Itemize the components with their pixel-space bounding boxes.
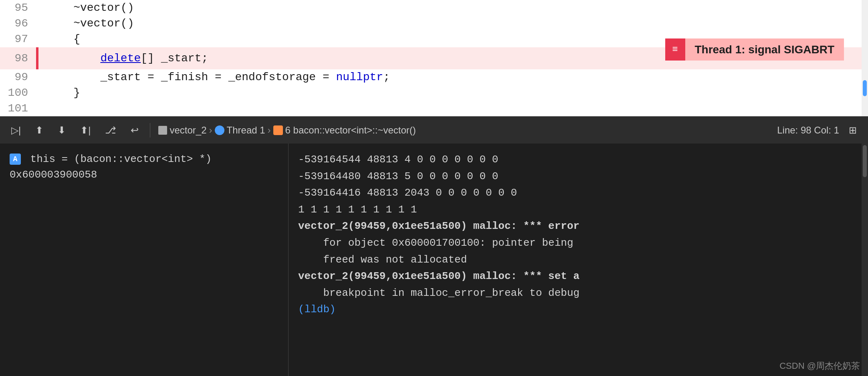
return-button[interactable]: ↩ <box>127 123 142 137</box>
code-suffix: [] _start; <box>141 52 208 65</box>
console-line-2: -539164480 48813 5 0 0 0 0 0 0 0 <box>298 168 852 185</box>
frame-icon <box>273 125 283 135</box>
console-line-9: breakpoint in malloc_error_break to debu… <box>298 285 852 302</box>
console-line-6: for object 0x600001700100: pointer being <box>298 235 852 252</box>
code-line-100: 100 } <box>0 85 868 101</box>
console-line-8: vector_2(99459,0x1ee51a500) malloc: *** … <box>298 268 852 285</box>
breadcrumb-thread[interactable]: Thread 1 <box>227 125 265 136</box>
settings-button[interactable]: ⊞ <box>846 123 860 137</box>
cursor-position: Line: 98 Col: 1 <box>777 125 839 136</box>
variable-icon: A <box>10 154 21 165</box>
bottom-area: A this = (bacon::vector<int> *) 0x600003… <box>0 144 868 376</box>
step-over-button[interactable]: ⬆ <box>32 123 46 137</box>
indent-space <box>46 52 100 65</box>
step-out-button[interactable]: ⬆| <box>77 123 94 137</box>
file-icon <box>158 126 167 135</box>
toolbar-right: Line: 98 Col: 1 ⊞ <box>777 123 860 137</box>
console-line-1: -539164544 48813 4 0 0 0 0 0 0 0 <box>298 152 852 168</box>
console-line-5: vector_2(99459,0x1ee51a500) malloc: *** … <box>298 218 852 235</box>
line-number-98: 98 <box>0 52 36 65</box>
continue-button[interactable]: ▷| <box>8 123 24 137</box>
console-line-lldb: (lldb) <box>298 301 852 318</box>
variable-value: this = (bacon::vector<int> *) 0x60000390… <box>10 153 212 181</box>
console-line-3: -539164416 48813 2043 0 0 0 0 0 0 0 <box>298 185 852 202</box>
line-content-95: ~vector() <box>38 2 868 14</box>
code-line-101: 101 <box>0 101 868 116</box>
console-scrollbar-thumb[interactable] <box>863 145 867 177</box>
code-line-95: 95 ~vector() <box>0 0 868 16</box>
keyword-delete: delete <box>100 52 141 65</box>
signal-icon: ≡ <box>665 38 685 61</box>
breadcrumb-sep-2: › <box>268 125 271 136</box>
thread-icon <box>215 125 224 135</box>
line-number-96: 96 <box>0 17 36 30</box>
line-number-95: 95 <box>0 2 36 14</box>
step-into-button[interactable]: ⬇ <box>55 123 69 137</box>
code-line-98: 98 delete[] _start; ≡ Thread 1: signal S… <box>0 47 868 69</box>
breadcrumb-sep-1: › <box>209 125 212 136</box>
line-number-99: 99 <box>0 71 36 83</box>
editor-area: 95 ~vector() 96 ~vector() 97 { 98 delete… <box>0 0 868 116</box>
line-number-101: 101 <box>0 102 36 115</box>
code-line-96: 96 ~vector() <box>0 16 868 31</box>
line-number-100: 100 <box>0 87 36 99</box>
breadcrumb: vector_2 › Thread 1 › 6 bacon::vector<in… <box>158 125 416 136</box>
line-content-100: } <box>38 87 868 99</box>
breadcrumb-file[interactable]: vector_2 <box>170 125 206 136</box>
keyword-nullptr: nullptr <box>336 71 384 83</box>
line-content-99: _start = _finish = _endofstorage = nullp… <box>38 71 868 83</box>
breadcrumb-frame[interactable]: 6 bacon::vector<int>::~vector() <box>285 125 416 136</box>
hamburger-icon: ≡ <box>672 44 678 55</box>
line-content-96: ~vector() <box>38 17 868 30</box>
editor-scrollbar-thumb[interactable] <box>863 80 867 96</box>
toolbar-separator <box>150 123 150 137</box>
debug-toolbar: ▷| ⬆ ⬇ ⬆| ⎇ ↩ vector_2 › Thread 1 › 6 ba… <box>0 116 868 144</box>
console-scrollbar[interactable] <box>862 144 868 376</box>
editor-scrollbar[interactable] <box>862 0 868 116</box>
csdn-watermark: CSDN @周杰伦奶茶 <box>779 360 860 372</box>
variable-entry: A this = (bacon::vector<int> *) 0x600003… <box>10 152 279 183</box>
console-line-7: freed was not allocated <box>298 252 852 269</box>
console-line-4: 1 1 1 1 1 1 1 1 1 1 <box>298 202 852 218</box>
thread-button[interactable]: ⎇ <box>102 123 119 137</box>
variables-panel: A this = (bacon::vector<int> *) 0x600003… <box>0 144 289 376</box>
console-panel: -539164544 48813 4 0 0 0 0 0 0 0 -539164… <box>289 144 862 376</box>
line-number-97: 97 <box>0 33 36 45</box>
signal-text: Thread 1: signal SIGABRT <box>685 38 844 61</box>
code-line-99: 99 _start = _finish = _endofstorage = nu… <box>0 69 868 85</box>
signal-badge: ≡ Thread 1: signal SIGABRT <box>665 38 844 61</box>
